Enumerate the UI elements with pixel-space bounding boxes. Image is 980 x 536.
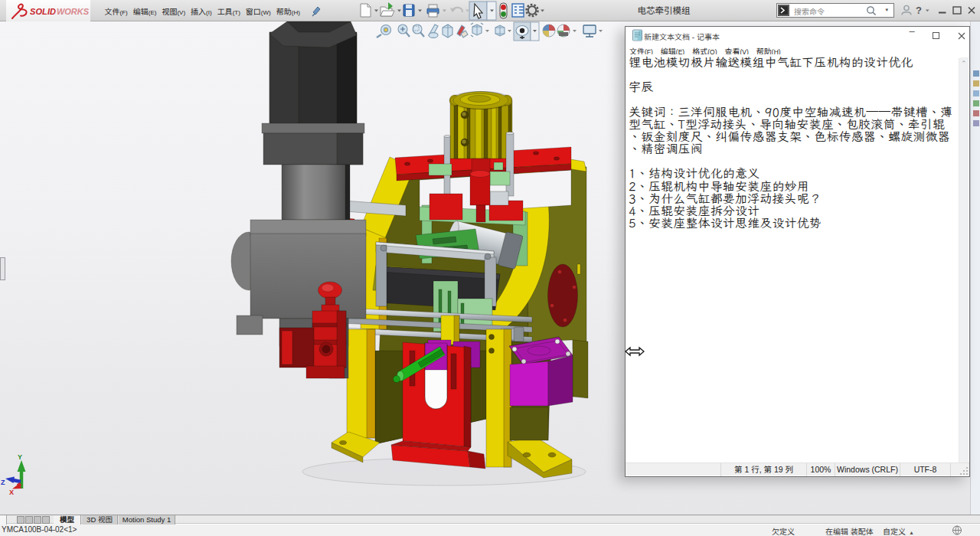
- svg-text:X: X: [9, 489, 14, 495]
- svg-text:?: ?: [916, 5, 922, 16]
- svg-text:WORKS: WORKS: [57, 7, 89, 16]
- svg-text:SOLID: SOLID: [30, 7, 56, 16]
- svg-text:Y: Y: [18, 453, 22, 461]
- svg-text:Z: Z: [1, 479, 5, 486]
